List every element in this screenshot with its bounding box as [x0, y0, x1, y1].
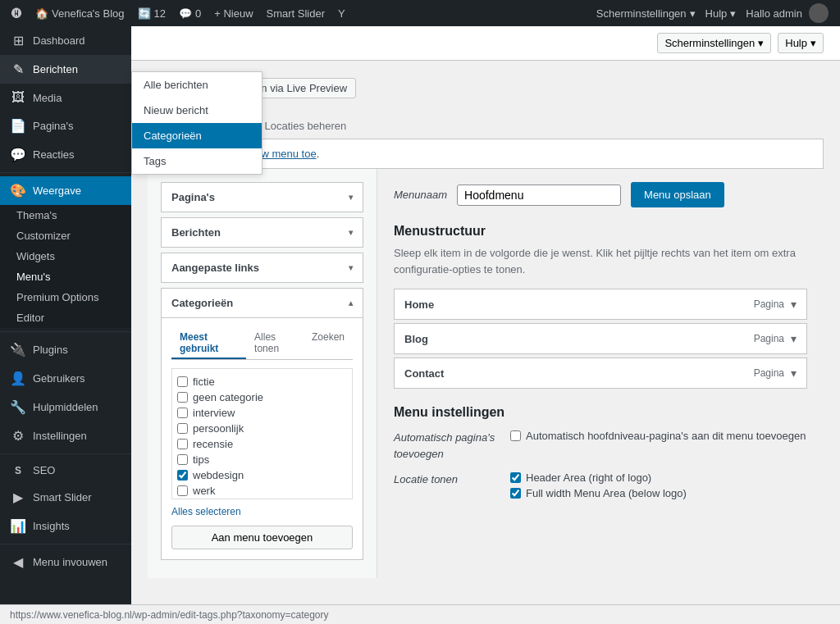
chevron-icon: ▾ [810, 37, 816, 49]
location-header-checkbox[interactable] [510, 472, 521, 483]
chevron-down-icon[interactable]: ▾ [791, 298, 797, 311]
sidebar-item-editor[interactable]: Editor [0, 307, 131, 328]
screen-options-btn[interactable]: Scherminstellingen ▾ [591, 0, 701, 26]
updates-bar[interactable]: 🔄 12 [133, 0, 171, 26]
menu-settings-section: Menu instellingen Automatisch pagina's t… [394, 405, 807, 503]
updates-icon: 🔄 [138, 7, 151, 20]
menu-separator [0, 172, 131, 173]
structure-title: Menustructuur [394, 224, 807, 239]
sidebar-item-widgets[interactable]: Widgets [0, 246, 131, 266]
settings-row-location: Locatie tonen Header Area (right of logo… [394, 471, 807, 503]
checkbox-werk[interactable] [177, 485, 188, 496]
tab-alles-tonen[interactable]: Alles tonen [246, 328, 304, 359]
accordion-berichten-header[interactable]: Berichten ▾ [162, 218, 363, 247]
save-menu-button[interactable]: Menu opslaan [631, 182, 724, 207]
accordion-paginas-header[interactable]: Pagina's ▾ [162, 183, 363, 212]
menu-item-contact[interactable]: Contact Pagina ▾ [394, 358, 807, 389]
collapse-icon: ◀ [10, 554, 26, 570]
dropdown-item-nieuw[interactable]: Nieuw bericht [132, 98, 262, 123]
reacties-icon: 💬 [10, 147, 26, 162]
menu-left-col: Pagina's ▾ Berichten ▾ A [148, 169, 377, 578]
accordion-aangepaste-links-header[interactable]: Aangepaste links ▾ [162, 253, 363, 282]
menu-separator-4 [0, 544, 131, 544]
list-item: persoonlijk [177, 421, 347, 436]
screen-options-button[interactable]: Scherminstellingen ▾ [657, 33, 771, 53]
seo-icon: S [10, 465, 26, 476]
chevron-down-icon[interactable]: ▾ [791, 332, 797, 345]
add-to-menu-button[interactable]: Aan menu toevoegen [171, 526, 353, 549]
checkbox-interview[interactable] [177, 408, 188, 418]
wp-logo[interactable]: 🅦 [7, 0, 27, 26]
adminbar-right: Scherminstellingen ▾ Hulp ▾ Hallo admin [591, 0, 833, 26]
checkbox-webdesign[interactable] [177, 470, 188, 481]
location-header-label: Header Area (right of logo) [510, 471, 807, 484]
sidebar-item-menus[interactable]: Menu's [0, 266, 131, 287]
checkbox-recensie[interactable] [177, 439, 188, 449]
sidebar-item-smart-slider[interactable]: ▶ Smart Slider [0, 483, 131, 512]
menus-layout: Pagina's ▾ Berichten ▾ A [148, 169, 824, 578]
sidebar-item-premium[interactable]: Premium Options [0, 287, 131, 307]
sidebar-item-insights[interactable]: 📊 Insights [0, 512, 131, 540]
dashboard-icon: ⊞ [10, 33, 26, 48]
dropdown-item-categorieen[interactable]: Categorieën [132, 123, 262, 148]
content-header: Scherminstellingen ▾ Hulp ▾ [131, 26, 840, 61]
checkbox-geen[interactable] [177, 392, 188, 403]
sidebar-item-gebruikers[interactable]: 👤 Gebruikers [0, 364, 131, 393]
help-button[interactable]: Hulp ▾ [778, 33, 824, 53]
chevron-down-icon[interactable]: ▾ [791, 367, 797, 380]
checkbox-persoonlijk[interactable] [177, 423, 188, 434]
menu-name-input[interactable] [457, 184, 621, 206]
sidebar-item-plugins[interactable]: 🔌 Plugins [0, 335, 131, 364]
list-item: geen categorie [177, 389, 347, 405]
sidebar-item-reacties[interactable]: 💬 Reacties [0, 140, 131, 169]
dropdown-item-tags[interactable]: Tags [132, 148, 262, 174]
sidebar-item-seo[interactable]: S SEO [0, 458, 131, 483]
accordion-categorieen-content: Meest gebruikt Alles tonen Zoeken fictie [162, 318, 363, 559]
sidebar-item-weergave[interactable]: 🎨 Weergave [0, 176, 131, 205]
status-bar: https://www.venefica-blog.nl/wp-admin/ed… [0, 604, 840, 624]
plugins-icon: 🔌 [10, 342, 26, 358]
menu-item-blog[interactable]: Blog Pagina ▾ [394, 323, 807, 354]
wp-logo-icon: 🅦 [11, 7, 22, 20]
tab-meest-gebruikt[interactable]: Meest gebruikt [171, 328, 246, 359]
yoast-bar[interactable]: Y [333, 0, 350, 26]
inner-tabs: Meest gebruikt Alles tonen Zoeken [171, 328, 353, 360]
sidebar-item-menu-invouwen[interactable]: ◀ Menu invouwen [0, 548, 131, 576]
sidebar-item-media[interactable]: 🖼 Media [0, 84, 131, 112]
tab-zoeken[interactable]: Zoeken [304, 328, 353, 359]
select-all-link[interactable]: Alles selecteren [171, 506, 353, 517]
new-content-bar[interactable]: + Nieuw [209, 0, 258, 26]
checkbox-tips[interactable] [177, 454, 188, 465]
sidebar-item-paginas[interactable]: 📄 Pagina's [0, 112, 131, 140]
tab-locaties[interactable]: Locaties beheren [253, 112, 359, 139]
dropdown-item-alle[interactable]: Alle berichten [132, 72, 262, 98]
help-btn[interactable]: Hulp ▾ [701, 0, 742, 26]
location-full-checkbox[interactable] [510, 488, 521, 499]
sidebar-item-hulpmiddelen[interactable]: 🔧 Hulpmiddelen [0, 393, 131, 421]
site-name-bar[interactable]: 🏠 Venefica's Blog [30, 0, 130, 26]
label-webdesign: webdesign [193, 469, 244, 481]
sidebar-item-customizer[interactable]: Customizer [0, 225, 131, 246]
sidebar-item-instellingen[interactable]: ⚙ Instellingen [0, 421, 131, 450]
sidebar-item-berichten[interactable]: ✎ Berichten [0, 55, 131, 84]
comments-bar[interactable]: 💬 0 [174, 0, 206, 26]
smart-slider-bar[interactable]: Smart Slider [262, 0, 331, 26]
accordion-paginas: Pagina's ▾ [161, 182, 363, 212]
avatar [809, 3, 829, 23]
checkbox-fictie[interactable] [177, 376, 188, 387]
structure-desc: Sleep elk item in de volgorde die je wen… [394, 245, 807, 277]
menu-item-home[interactable]: Home Pagina ▾ [394, 289, 807, 320]
sidebar-item-themas[interactable]: Thema's [0, 205, 131, 225]
list-item: tips [177, 452, 347, 467]
location-full-label: Full width Menu Area (below logo) [510, 487, 807, 499]
chevron-up-icon: ▴ [349, 298, 353, 307]
user-greeting[interactable]: Hallo admin [741, 0, 833, 26]
auto-add-checkbox[interactable] [510, 430, 521, 441]
auto-add-label: Automatisch pagina's toevoegen [394, 430, 500, 462]
sidebar-item-dashboard[interactable]: ⊞ Dashboard [0, 26, 131, 55]
accordion-categorieen: Categorieën ▴ Meest gebruikt Alles tonen… [161, 288, 363, 560]
label-geen: geen categorie [193, 391, 263, 403]
home-icon: 🏠 [35, 7, 48, 20]
gebruikers-icon: 👤 [10, 371, 26, 386]
accordion-categorieen-header[interactable]: Categorieën ▴ [162, 289, 363, 318]
